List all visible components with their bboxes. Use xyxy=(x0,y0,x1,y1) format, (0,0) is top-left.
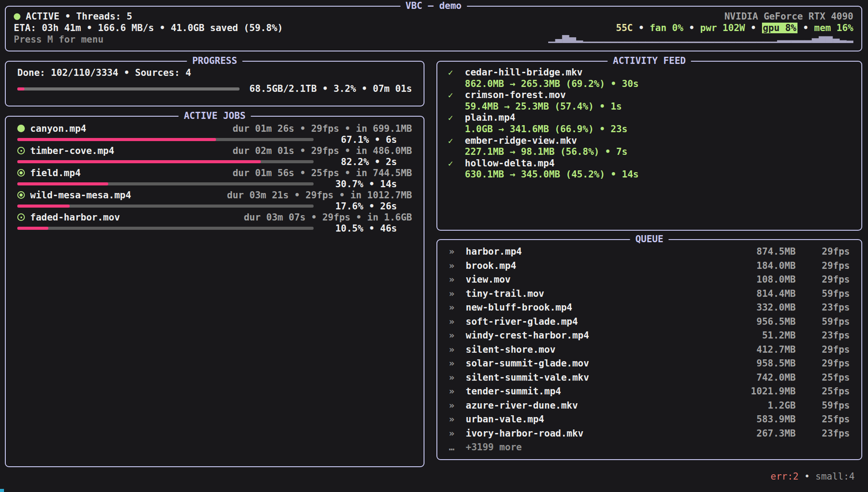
job-progress-fill xyxy=(17,182,108,185)
progress-panel: PROGRESS Done: 102/110/3334 • Sources: 4… xyxy=(5,61,424,106)
queue-fps: 59fps xyxy=(796,287,850,301)
job-row: wild-mesa-mesa.mp4 dur 03m 21s • 29fps •… xyxy=(17,189,412,212)
queue-panel: QUEUE »harbor.mp4874.5MB29fps »brook.mp4… xyxy=(436,239,862,460)
queue-size: 108.0MB xyxy=(716,273,796,287)
job-filename: timber-cove.mp4 xyxy=(30,146,114,156)
chevron-icon: » xyxy=(449,385,466,399)
status-bar: err:2 • small:4 xyxy=(770,471,855,482)
feed-item: ✓plain.mp4 1.0GB → 341.6MB (66.9%) • 23s xyxy=(448,112,851,135)
active-jobs-panel-title: ACTIVE JOBS xyxy=(178,110,251,122)
feed-detail: 630.1MB → 345.0MB (45.2%) • 14s xyxy=(448,169,851,181)
queue-row: »urban-vale.mp4583.9MB25fps xyxy=(449,413,850,427)
queue-more-row: …+3199 more xyxy=(449,441,850,455)
queue-row: »new-bluff-brook.mp4332.0MB23fps xyxy=(449,301,850,315)
queue-filename: silent-summit-vale.mkv xyxy=(466,371,716,385)
fan-stat: fan 0% xyxy=(650,23,683,33)
queue-row: »view.mov108.0MB29fps xyxy=(449,273,850,287)
queue-filename: tender-summit.mp4 xyxy=(466,385,716,399)
progress-bar-row: 68.5GB/2.1TB • 3.2% • 07m 01s xyxy=(17,83,412,94)
job-progress-bar xyxy=(17,182,314,185)
chevron-icon: » xyxy=(449,371,466,385)
job-progress-fill xyxy=(17,227,48,230)
queue-row: »windy-crest-harbor.mp451.2MB23fps xyxy=(449,329,850,343)
feed-filename: hollow-delta.mp4 xyxy=(465,158,554,169)
gpu-util-badge: gpu 8% xyxy=(762,23,797,33)
job-progress-bar xyxy=(17,160,314,163)
chevron-icon: » xyxy=(449,413,466,427)
feed-item: ✓cedar-hill-bridge.mkv 862.0MB → 265.3MB… xyxy=(448,67,851,90)
queue-row: »silent-summit-vale.mkv742.0MB25fps xyxy=(449,371,850,385)
gpu-sparkline xyxy=(548,35,853,43)
mem-stat: mem 16% xyxy=(814,23,853,33)
queue-row: »tiny-trail.mov814.4MB59fps xyxy=(449,287,850,301)
threads-count: • Threads: 5 xyxy=(65,11,133,22)
job-progress-stat: 10.5% • 46s xyxy=(319,223,412,234)
chevron-icon: » xyxy=(449,273,466,287)
queue-size: 1021.9MB xyxy=(716,385,796,399)
job-meta: dur 01m 56s • 25fps • in 744.5MB xyxy=(232,168,412,178)
job-filename: faded-harbor.mov xyxy=(30,212,120,223)
job-progress-fill xyxy=(17,205,70,208)
queue-size: 956.5MB xyxy=(716,315,796,329)
queue-row: »silent-shore.mov412.7MB29fps xyxy=(449,343,850,357)
queue-size: 184.0MB xyxy=(716,259,796,273)
gpu-stats-line: 55C • fan 0% • pwr 102W • gpu 8% • mem 1… xyxy=(616,22,853,34)
power-stat: pwr 102W xyxy=(700,23,745,33)
separator-dot: • xyxy=(750,23,756,33)
queue-row: »azure-river-dune.mkv1.2GB59fps xyxy=(449,399,850,413)
queue-fps: 29fps xyxy=(796,343,850,357)
chevron-icon: » xyxy=(449,315,466,329)
queue-size: 742.0MB xyxy=(716,371,796,385)
feed-filename: cedar-hill-bridge.mkv xyxy=(465,67,583,78)
progress-stats: 68.5GB/2.1TB • 3.2% • 07m 01s xyxy=(249,83,412,94)
queue-size: 412.7MB xyxy=(716,343,796,357)
job-progress-fill xyxy=(17,138,216,141)
terminal-screen: VBC – demo ACTIVE • Threads: 5 ETA: 03h … xyxy=(0,0,868,492)
progress-panel-title: PROGRESS xyxy=(187,55,242,67)
error-count: err:2 xyxy=(770,471,798,482)
job-meta: dur 01m 26s • 29fps • in 699.1MB xyxy=(232,123,412,134)
queue-filename: windy-crest-harbor.mp4 xyxy=(466,329,716,343)
header-left: ACTIVE • Threads: 5 ETA: 03h 41m • 166.6… xyxy=(14,11,283,45)
status-line: ACTIVE • Threads: 5 xyxy=(14,11,283,22)
window-title: VBC – demo xyxy=(400,0,467,12)
queue-fps: 25fps xyxy=(796,371,850,385)
job-progress-stat: 30.7% • 14s xyxy=(319,179,412,189)
separator-dot: • xyxy=(638,23,644,33)
job-status-icon xyxy=(17,213,25,221)
queue-size: 267.3MB xyxy=(716,427,796,441)
menu-hint: Press M for menu xyxy=(14,34,283,45)
status-label: ACTIVE xyxy=(26,11,59,22)
gpu-temp: 55C xyxy=(616,23,633,33)
queue-filename: solar-summit-glade.mov xyxy=(466,357,716,371)
check-icon: ✓ xyxy=(448,112,465,124)
queue-panel-title: QUEUE xyxy=(630,233,668,245)
job-meta: dur 03m 07s • 29fps • in 1.6GB xyxy=(244,212,412,223)
overall-progress-fill xyxy=(17,87,24,91)
feed-detail: 1.0GB → 341.6MB (66.9%) • 23s xyxy=(448,124,851,135)
ellipsis-icon: … xyxy=(449,441,466,455)
queue-row: »soft-river-glade.mp4956.5MB59fps xyxy=(449,315,850,329)
queue-row: »brook.mp4184.0MB29fps xyxy=(449,259,850,273)
queue-fps: 59fps xyxy=(796,315,850,329)
job-row: timber-cove.mp4 dur 02m 01s • 29fps • in… xyxy=(17,145,412,167)
queue-fps: 23fps xyxy=(796,427,850,441)
queue-filename: urban-vale.mp4 xyxy=(466,413,716,427)
chevron-icon: » xyxy=(449,329,466,343)
queue-size: 583.9MB xyxy=(716,413,796,427)
job-row: faded-harbor.mov dur 03m 07s • 29fps • i… xyxy=(17,212,412,234)
terminal-cursor xyxy=(0,489,4,492)
job-progress-stat: 67.1% • 6s xyxy=(319,134,412,145)
header-panel: VBC – demo ACTIVE • Threads: 5 ETA: 03h … xyxy=(5,6,862,51)
queue-size: 51.2MB xyxy=(716,329,796,343)
chevron-icon: » xyxy=(449,343,466,357)
queue-filename: tiny-trail.mov xyxy=(466,287,716,301)
job-status-icon xyxy=(17,169,25,177)
queue-filename: azure-river-dune.mkv xyxy=(466,399,716,413)
queue-filename: soft-river-glade.mp4 xyxy=(466,315,716,329)
eta-line: ETA: 03h 41m • 166.6 MB/s • 41.0GB saved… xyxy=(14,22,283,34)
chevron-icon: » xyxy=(449,357,466,371)
queue-more-label: +3199 more xyxy=(466,441,522,455)
queue-filename: brook.mp4 xyxy=(466,259,716,273)
queue-size: 1.2GB xyxy=(716,399,796,413)
